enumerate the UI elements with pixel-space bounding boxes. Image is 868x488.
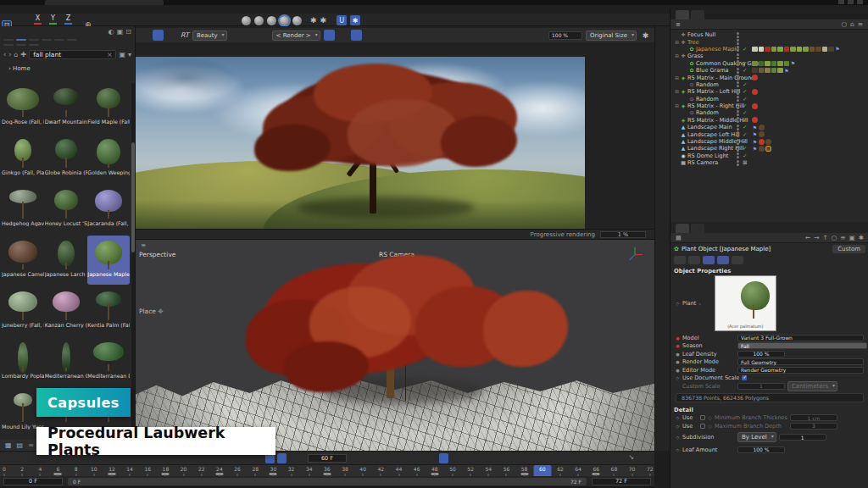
enabled-check-icon[interactable]: ✓ (743, 109, 747, 116)
objects-panel-tab[interactable] (691, 10, 704, 19)
object-row[interactable]: ⊙Random✓ (670, 109, 868, 116)
snap-alt-icon[interactable] (364, 30, 376, 41)
attribute-section-tab[interactable] (717, 256, 729, 264)
solo-icon[interactable] (451, 453, 460, 463)
attribute-label[interactable]: Season (682, 342, 735, 349)
attribute-value-field[interactable]: 100 % (737, 351, 785, 358)
circle-select-icon[interactable] (378, 30, 389, 41)
attribute-value-field[interactable]: Render Geometry (737, 367, 864, 374)
object-name[interactable]: Landscape Main (687, 124, 732, 130)
link-icon[interactable]: ⊡ (125, 28, 131, 36)
object-name[interactable]: Tree (687, 39, 699, 46)
attribute-label[interactable]: Model (682, 335, 735, 341)
attributes-panel-tab[interactable] (676, 224, 689, 233)
expander-icon[interactable]: ⊟ (674, 75, 680, 80)
material-swatch[interactable] (784, 47, 790, 53)
material-swatch[interactable] (752, 61, 758, 67)
expander-icon[interactable]: ⊟ (674, 103, 680, 108)
rigid-body-icon[interactable] (254, 16, 264, 25)
material-swatch[interactable] (797, 47, 803, 53)
subdivision-value-field[interactable]: 1 (779, 434, 826, 441)
dropdown-arrow-icon[interactable]: ▾ (128, 51, 131, 58)
attribute-label[interactable]: Leaf Density (682, 351, 735, 358)
use-max-depth-checkbox[interactable] (700, 424, 705, 429)
object-name[interactable]: Blue Grama (696, 67, 728, 74)
object-name[interactable]: Random (696, 109, 719, 116)
visibility-toggles[interactable]: ✓ (737, 152, 747, 159)
enabled-check-icon[interactable]: ✓ (743, 60, 747, 67)
snap-icon[interactable] (351, 30, 362, 41)
sim-settings-icon[interactable]: ✱ (350, 15, 360, 25)
asset-browser-scrollbar[interactable] (131, 83, 135, 439)
texture-tag-icon[interactable] (759, 131, 765, 137)
asset-filter-tab[interactable] (42, 39, 52, 41)
enabled-check-icon[interactable]: ✓ (743, 145, 747, 152)
doc-mode-icon[interactable] (277, 453, 287, 463)
range-slider[interactable]: 0 F 72 F (68, 478, 587, 485)
image-size-dropdown[interactable]: Original Size (586, 30, 637, 41)
material-swatch[interactable] (803, 47, 809, 53)
visibility-toggles[interactable] (737, 32, 741, 38)
visibility-toggles[interactable]: ✓ (737, 124, 747, 130)
compare-icon[interactable] (419, 30, 430, 41)
object-row[interactable]: ✿Japanese Maple✓⚑ (670, 46, 868, 53)
plant-asset-tile[interactable]: Japanese Maple (Fall, ... (87, 236, 130, 285)
viewport-view-label[interactable]: Perspective (139, 251, 175, 258)
object-row[interactable]: ▲Landscape Middle Hill✓⚑ (670, 138, 868, 145)
material-swatch[interactable] (765, 61, 771, 67)
enabled-check-icon[interactable]: ✓ (743, 103, 747, 109)
visibility-toggles[interactable]: ✓ (737, 67, 747, 74)
expander-icon[interactable]: ⊟ (674, 53, 680, 58)
search-icon[interactable]: ○ (841, 20, 847, 28)
cloth-icon[interactable] (292, 16, 302, 25)
focus-icon[interactable] (392, 30, 403, 41)
visibility-toggles[interactable]: ✓ (737, 117, 747, 124)
flag-tag-icon[interactable]: ⚑ (784, 68, 790, 74)
object-row[interactable]: ▲Landscape Left Hill✓⚑ (670, 130, 868, 137)
object-name[interactable]: Random (696, 81, 719, 88)
lock-icon[interactable] (324, 30, 335, 41)
range-start-field[interactable]: 0 F (3, 478, 63, 485)
leaf-amount-label[interactable]: Leaf Amount (682, 446, 735, 453)
enabled-check-icon[interactable]: ✓ (743, 75, 747, 81)
search-icon[interactable]: ○ (832, 234, 837, 241)
plant-asset-tile[interactable]: Dog-Rose (Fall, Plant) (2, 83, 44, 132)
ipr-play-icon[interactable] (153, 30, 164, 41)
enabled-check-icon[interactable]: ✓ (743, 124, 747, 130)
attribute-section-tab[interactable] (732, 256, 743, 264)
soft-body-icon[interactable] (267, 16, 276, 25)
axis-lock-button[interactable]: Z (63, 14, 74, 25)
asset-subtab[interactable] (16, 44, 26, 46)
object-row[interactable]: ◈RS Matrix - Middle Hill✓ (670, 117, 868, 124)
redshift-tag-icon[interactable] (752, 75, 758, 80)
fit-view-icon[interactable] (405, 30, 416, 41)
plant-asset-tile[interactable]: Kentia Palm (Fall, Plant) (87, 286, 130, 336)
use-min-branch-checkbox[interactable] (700, 415, 705, 420)
character-icon[interactable]: ✱ (310, 16, 317, 25)
lock-icon[interactable]: ▣ (849, 234, 855, 241)
plant-asset-tile[interactable]: Ginkgo (Fall, Plant) (2, 134, 44, 183)
plant-asset-tile[interactable]: Honey Locust 'Sunbur... (45, 185, 87, 234)
visibility-toggles[interactable]: ✓ (737, 145, 747, 152)
key-pla-icon[interactable] (439, 453, 448, 463)
object-row[interactable]: ✿Common Quaking Grass✓⚑ (670, 60, 868, 67)
leaf-amount-field[interactable]: 100 % (737, 446, 785, 453)
object-name[interactable]: RS Camera (687, 159, 718, 166)
material-swatch[interactable] (822, 47, 828, 53)
asset-filter-tab[interactable] (54, 39, 64, 41)
copy-image-icon[interactable] (459, 30, 470, 41)
view-grid-icon[interactable]: ▦ (5, 441, 12, 449)
plant-asset-tile[interactable]: Golden Weeping Willo... (87, 134, 130, 183)
object-row[interactable]: ✿Blue Grama✓⚑ (670, 67, 868, 74)
phong-tag-icon[interactable]: ⚑ (752, 139, 758, 145)
grid-icon[interactable] (244, 30, 255, 41)
material-swatch[interactable] (765, 68, 771, 74)
plant-parameter-label[interactable]: Plant (682, 300, 696, 307)
object-name[interactable]: Focus Null (687, 31, 715, 38)
redshift-tag-icon[interactable] (752, 103, 758, 109)
attribute-value-field[interactable]: Fall (737, 342, 867, 349)
plant-asset-tile[interactable]: Field Maple (Fall, Plant) (87, 83, 130, 132)
visibility-toggles[interactable]: ✓ (737, 103, 747, 109)
enabled-check-icon[interactable]: ✓ (743, 88, 747, 95)
enabled-check-icon[interactable]: ✓ (743, 96, 747, 103)
